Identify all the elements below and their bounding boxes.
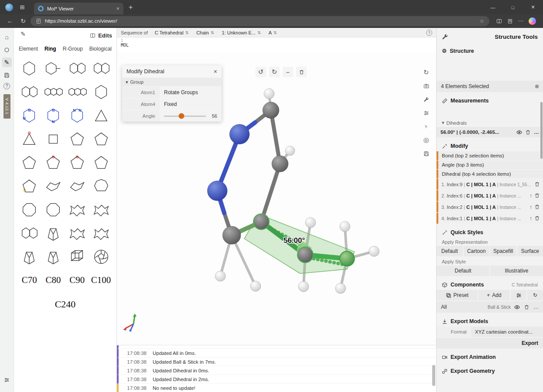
browser-menu-icon[interactable]: ⋯ bbox=[518, 18, 523, 24]
tools-icon[interactable] bbox=[442, 34, 448, 40]
sequence-select-1[interactable]: Chain⇅ bbox=[196, 30, 214, 35]
split-screen-icon[interactable] bbox=[496, 18, 502, 24]
ring-cycloheptane[interactable] bbox=[89, 174, 113, 198]
export-animation-header-row[interactable]: Export Animation bbox=[437, 352, 543, 362]
home-icon[interactable]: ⌂ bbox=[2, 32, 12, 42]
sequence-select-0[interactable]: C Tetrahedral⇅ bbox=[155, 30, 188, 35]
export-geometry-header-row[interactable]: Export Geometry bbox=[437, 366, 543, 376]
ring-dihydronaphthalene[interactable] bbox=[89, 57, 113, 80]
ring-pyrimidine[interactable]: NN bbox=[17, 104, 41, 127]
ring-anthracene[interactable] bbox=[65, 80, 89, 103]
ring-cyclopentene[interactable] bbox=[89, 127, 113, 150]
focus-mode-icon[interactable]: ◎ bbox=[421, 135, 431, 145]
minimize-icon[interactable]: − bbox=[283, 67, 293, 77]
deselect-icon[interactable]: ⊗ bbox=[535, 83, 539, 89]
tab-element[interactable]: Element bbox=[17, 45, 39, 53]
slider-knob[interactable] bbox=[179, 113, 184, 119]
refresh-button[interactable]: ↻ bbox=[17, 17, 29, 24]
ring-cyclooctane[interactable] bbox=[41, 198, 65, 221]
component-options-button[interactable] bbox=[511, 290, 526, 300]
tab-ring[interactable]: Ring bbox=[43, 45, 58, 53]
preset-button[interactable]: Preset bbox=[437, 290, 478, 300]
sequence-select-3[interactable]: A⇅ bbox=[269, 30, 277, 35]
residue-name[interactable]: MOL bbox=[121, 43, 436, 48]
ring-thiophene[interactable]: S bbox=[17, 174, 41, 198]
ring-pyrroline[interactable] bbox=[89, 151, 113, 174]
fullerene-c70[interactable]: C70 bbox=[17, 269, 41, 292]
representation-default[interactable]: Default bbox=[437, 246, 463, 256]
modify-option-2[interactable]: Dihedral (top 4 selection items) bbox=[437, 170, 543, 178]
delete-icon[interactable] bbox=[296, 67, 307, 77]
edits-pencil-icon[interactable]: ✎ bbox=[18, 29, 28, 39]
ring-cyclododecane[interactable] bbox=[89, 222, 113, 245]
log-scrollbar[interactable] bbox=[432, 365, 435, 386]
more-options-icon[interactable]: … bbox=[533, 304, 539, 310]
representation-cartoon[interactable]: Cartoon bbox=[464, 246, 490, 256]
tab-close-icon[interactable]: × bbox=[116, 5, 120, 12]
strip-settings-icon[interactable] bbox=[2, 375, 12, 385]
representation-surface[interactable]: Surface bbox=[517, 246, 543, 256]
reset-camera-icon[interactable]: ↻ bbox=[421, 68, 431, 77]
controls-toggle-icon[interactable] bbox=[421, 95, 431, 104]
component-refresh-button[interactable]: ↻ bbox=[527, 290, 543, 300]
atom4-select[interactable]: Fixed bbox=[160, 99, 222, 110]
ring-pyrazine[interactable]: NN bbox=[41, 104, 65, 127]
close-button[interactable]: ✕ bbox=[523, 0, 543, 14]
sequence-help-icon[interactable]: ? bbox=[426, 30, 432, 36]
move-up-icon[interactable]: ↑ bbox=[529, 215, 532, 222]
export-button[interactable]: Export bbox=[437, 338, 543, 348]
ring-cyclohexane-twist[interactable] bbox=[65, 174, 89, 198]
more-options-icon[interactable]: … bbox=[534, 129, 539, 135]
sequence-select-2[interactable]: 1: Unknown E...⇅ bbox=[222, 30, 260, 35]
ring-tetrahydrofuran[interactable]: O bbox=[65, 151, 89, 174]
ring-benzene[interactable] bbox=[17, 57, 41, 80]
move-up-icon[interactable]: ↑ bbox=[529, 204, 532, 210]
dialog-close-icon[interactable]: × bbox=[214, 68, 217, 75]
visibility-icon[interactable] bbox=[514, 304, 520, 310]
modify-option-1[interactable]: Angle (top 3 items) bbox=[437, 160, 543, 169]
visibility-icon[interactable] bbox=[516, 130, 522, 135]
delete-icon[interactable] bbox=[525, 130, 531, 135]
address-field[interactable]: https://molstar.szbl.ac.cn/viewer/ ☆ bbox=[31, 16, 489, 26]
ring-cubane[interactable] bbox=[65, 245, 89, 268]
ring-cyclohexadiene[interactable] bbox=[89, 80, 113, 103]
fullerene-c80[interactable]: C80 bbox=[41, 269, 65, 292]
screenshot-icon[interactable] bbox=[421, 81, 431, 91]
ring-pyridazine[interactable]: NN bbox=[65, 104, 89, 127]
history-icon[interactable]: ↺ bbox=[256, 67, 266, 77]
ring-naphthalene[interactable] bbox=[65, 57, 89, 80]
ring-azulene[interactable] bbox=[41, 222, 65, 245]
atom1-select[interactable]: Rotate Groups bbox=[160, 87, 222, 98]
favorite-icon[interactable]: ☆ bbox=[480, 18, 484, 24]
add-component-button[interactable]: + Add bbox=[478, 290, 510, 300]
ring-cyclobutane[interactable] bbox=[41, 127, 65, 150]
angle-slider[interactable] bbox=[164, 116, 206, 117]
minimize-button[interactable]: — bbox=[483, 0, 503, 14]
browser-tab[interactable]: Mol* Viewer × bbox=[34, 3, 123, 14]
group-section-header[interactable]: ▾ Group bbox=[122, 78, 222, 86]
reset-icon[interactable]: ↻ bbox=[269, 67, 280, 77]
panel-scrollbar[interactable] bbox=[540, 102, 543, 159]
ring-cyclopentadiene[interactable] bbox=[17, 151, 41, 174]
representation-spacefill[interactable]: Spacefill bbox=[490, 246, 516, 256]
delete-icon[interactable] bbox=[534, 204, 540, 210]
viewport-canvas[interactable]: 56.00° Modify Dihedral × ▾ Group Atom1 R… bbox=[117, 52, 436, 345]
ring-cyclooctatetraene[interactable] bbox=[17, 198, 41, 221]
new-tab-button[interactable]: + bbox=[129, 3, 133, 11]
copilot-icon[interactable] bbox=[529, 17, 536, 25]
fullerene-c240[interactable]: C240 bbox=[14, 299, 116, 310]
dihedral-measurement-row[interactable]: 56.00° | (-0.0000, -2.465... … bbox=[437, 127, 543, 137]
ring-cyclohexane-chair[interactable] bbox=[41, 174, 65, 198]
tab-rgroup[interactable]: R-Group bbox=[61, 45, 84, 53]
component-representation-tag[interactable]: Ball & Stick bbox=[488, 304, 511, 310]
angle-value[interactable]: 56 bbox=[212, 113, 222, 119]
ring-cyclodecane[interactable] bbox=[89, 198, 113, 221]
fullerene-c100[interactable]: C100 bbox=[89, 269, 113, 292]
ring-cyclopropane[interactable] bbox=[89, 104, 113, 127]
ring-pentalene[interactable] bbox=[17, 222, 41, 245]
ring-toluene[interactable] bbox=[41, 57, 65, 80]
selection-mode-icon[interactable] bbox=[421, 122, 431, 131]
structures-icon[interactable] bbox=[2, 45, 12, 55]
back-button[interactable]: ← bbox=[4, 17, 16, 24]
ring-norbornene[interactable] bbox=[41, 245, 65, 268]
